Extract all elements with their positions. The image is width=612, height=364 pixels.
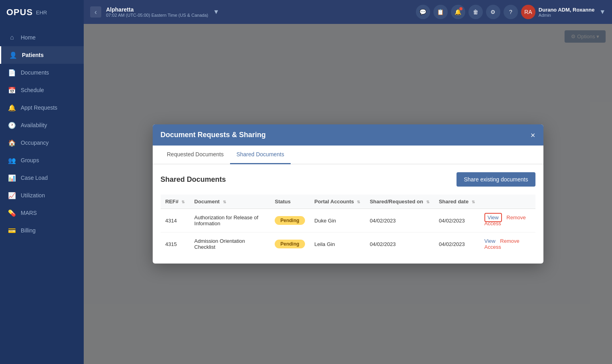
cell-ref-2: 4315 <box>161 232 190 256</box>
cell-document-2: Admission Orientation Checklist <box>189 232 270 256</box>
trash-button[interactable]: 🗑 <box>468 5 483 19</box>
cell-status-1: Pending <box>270 209 309 232</box>
document-sort-icon[interactable]: ⇅ <box>223 200 226 204</box>
sidebar-item-label: Billing <box>21 227 35 234</box>
sidebar-item-documents[interactable]: 📄 Documents <box>0 64 84 81</box>
time-display: 07:02 AM (UTC-05:00) Eastern Time (US & … <box>106 13 208 18</box>
sidebar-item-label: Availability <box>21 122 47 128</box>
sidebar-item-occupancy[interactable]: 🏠 Occupancy <box>0 134 84 152</box>
user-role: Admin <box>539 13 594 18</box>
cell-shared-on-1: 04/02/2023 <box>365 209 434 232</box>
sidebar-item-label: Occupancy <box>21 140 49 146</box>
caseload-icon: 📊 <box>8 174 16 182</box>
col-status: Status <box>270 195 309 209</box>
table-row: 4314 Authorization for Release of Inform… <box>161 209 535 232</box>
location-chevron-icon[interactable]: ▼ <box>213 8 219 16</box>
portal-sort-icon[interactable]: ⇅ <box>357 200 360 204</box>
settings-button[interactable]: ⚙ <box>486 5 500 19</box>
sidebar-nav: ⌂ Home 👤 Patients 📄 Documents 📅 Schedule… <box>0 25 84 364</box>
appt-icon: 🔔 <box>8 104 16 112</box>
city-name: Alpharetta <box>106 6 208 13</box>
logo-ehr: EHR <box>36 10 47 16</box>
cell-shared-date-1: 04/02/2023 <box>434 209 480 232</box>
cell-shared-date-2: 04/02/2023 <box>434 232 480 256</box>
view-link-2[interactable]: View <box>484 238 496 244</box>
user-name: Durano ADM, Roxanne <box>539 7 594 13</box>
documents-icon: 📄 <box>8 69 16 77</box>
sidebar-item-label: Case Load <box>21 175 48 181</box>
occupancy-icon: 🏠 <box>8 139 16 147</box>
sidebar-item-label: Schedule <box>21 87 44 93</box>
cell-document-1: Authorization for Release of Information <box>189 209 270 232</box>
cell-shared-on-2: 04/02/2023 <box>365 232 434 256</box>
document-requests-modal: Document Requests & Sharing × Requested … <box>153 124 543 264</box>
sidebar-item-utilization[interactable]: 📈 Utilization <box>0 187 84 204</box>
modal-title: Document Requests & Sharing <box>161 131 266 139</box>
availability-icon: 🕐 <box>8 121 16 129</box>
table-row: 4315 Admission Orientation Checklist Pen… <box>161 232 535 256</box>
sidebar-item-billing[interactable]: 💳 Billing <box>0 222 84 239</box>
cell-portal-1: Duke Gin <box>310 209 365 232</box>
chat-button[interactable]: 💬 <box>416 5 430 19</box>
col-shared-requested-on: Shared/Requested on ⇅ <box>365 195 434 209</box>
sidebar-item-appt-requests[interactable]: 🔔 Appt Requests <box>0 99 84 116</box>
ref-sort-icon[interactable]: ⇅ <box>181 200 185 204</box>
topbar: ‹ Alpharetta 07:02 AM (UTC-05:00) Easter… <box>84 0 612 24</box>
back-button[interactable]: ‹ <box>90 6 101 18</box>
sidebar-item-availability[interactable]: 🕐 Availability <box>0 116 84 134</box>
groups-icon: 👥 <box>8 156 16 164</box>
modal-tabs: Requested Documents Shared Documents <box>153 146 543 164</box>
cell-actions-2: View Remove Access <box>480 232 535 256</box>
tasks-button[interactable]: 📋 <box>433 5 448 19</box>
col-document: Document ⇅ <box>189 195 270 209</box>
status-badge: Pending <box>275 240 305 248</box>
sidebar-item-caseload[interactable]: 📊 Case Load <box>0 169 84 187</box>
logo-text: OPUS <box>6 7 33 18</box>
sidebar: OPUS EHR ⌂ Home 👤 Patients 📄 Documents 📅… <box>0 0 84 364</box>
modal-header: Document Requests & Sharing × <box>153 124 543 146</box>
user-info: Durano ADM, Roxanne Admin <box>539 7 594 18</box>
status-badge: Pending <box>275 216 305 225</box>
cell-ref-1: 4314 <box>161 209 190 232</box>
sidebar-item-label: Patients <box>22 52 43 58</box>
billing-icon: 💳 <box>8 226 16 234</box>
col-shared-date: Shared date ⇅ <box>434 195 480 209</box>
home-icon: ⌂ <box>8 33 16 41</box>
share-existing-documents-button[interactable]: Share existing documents <box>457 172 535 187</box>
sidebar-item-schedule[interactable]: 📅 Schedule <box>0 81 84 99</box>
shared-date-sort-icon[interactable]: ⇅ <box>472 200 475 204</box>
sidebar-item-label: Utilization <box>21 192 45 199</box>
tab-shared-documents[interactable]: Shared Documents <box>230 146 291 164</box>
col-portal-accounts: Portal Accounts ⇅ <box>310 195 365 209</box>
tab-requested-documents[interactable]: Requested Documents <box>161 146 230 164</box>
avatar: RA <box>521 5 535 19</box>
sidebar-item-groups[interactable]: 👥 Groups <box>0 152 84 169</box>
section-title: Shared Documents <box>161 175 226 184</box>
schedule-icon: 📅 <box>8 86 16 94</box>
patients-icon: 👤 <box>9 51 17 59</box>
logo: OPUS EHR <box>0 0 84 25</box>
modal-body: Requested Documents Shared Documents Sha… <box>153 146 543 264</box>
col-ref: REF# ⇅ <box>161 195 190 209</box>
cell-status-2: Pending <box>270 232 309 256</box>
shared-requested-sort-icon[interactable]: ⇅ <box>426 200 429 204</box>
help-button[interactable]: ? <box>504 5 518 19</box>
notifications-button[interactable]: 🔔 <box>451 5 465 19</box>
user-chevron-icon: ▼ <box>599 8 606 16</box>
cell-portal-2: Leila Gin <box>310 232 365 256</box>
sidebar-item-home[interactable]: ⌂ Home <box>0 29 84 46</box>
shared-documents-table: REF# ⇅ Document ⇅ Status Porta <box>161 195 535 256</box>
sidebar-item-patients[interactable]: 👤 Patients <box>0 46 84 64</box>
modal-close-button[interactable]: × <box>531 131 535 139</box>
topbar-icons: 💬 📋 🔔 🗑 ⚙ ? RA Durano ADM, Roxanne Admin… <box>416 5 606 19</box>
sidebar-item-mars[interactable]: 💊 MARS <box>0 204 84 222</box>
modal-overlay: Document Requests & Sharing × Requested … <box>84 24 612 364</box>
utilization-icon: 📈 <box>8 191 16 199</box>
user-menu[interactable]: RA Durano ADM, Roxanne Admin ▼ <box>521 5 606 19</box>
sidebar-item-label: Documents <box>21 69 49 76</box>
mars-icon: 💊 <box>8 209 16 217</box>
sidebar-item-label: Appt Requests <box>21 104 57 111</box>
col-actions <box>480 195 535 209</box>
sidebar-item-label: Groups <box>21 157 39 163</box>
cell-actions-1: View Remove Access <box>480 209 535 232</box>
